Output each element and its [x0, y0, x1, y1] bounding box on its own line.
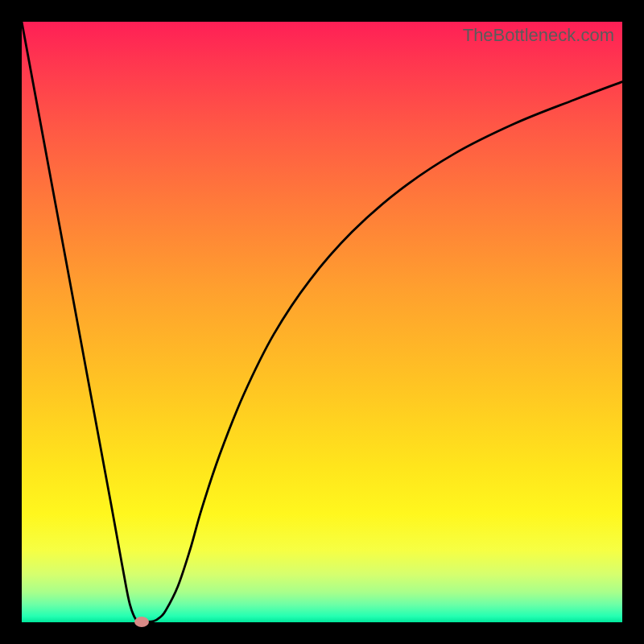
chart-curve: [22, 22, 622, 622]
curve-path: [22, 22, 622, 621]
min-marker-dot: [134, 617, 149, 627]
chart-frame: TheBottleneck.com: [0, 0, 644, 644]
plot-area: TheBottleneck.com: [22, 22, 622, 622]
